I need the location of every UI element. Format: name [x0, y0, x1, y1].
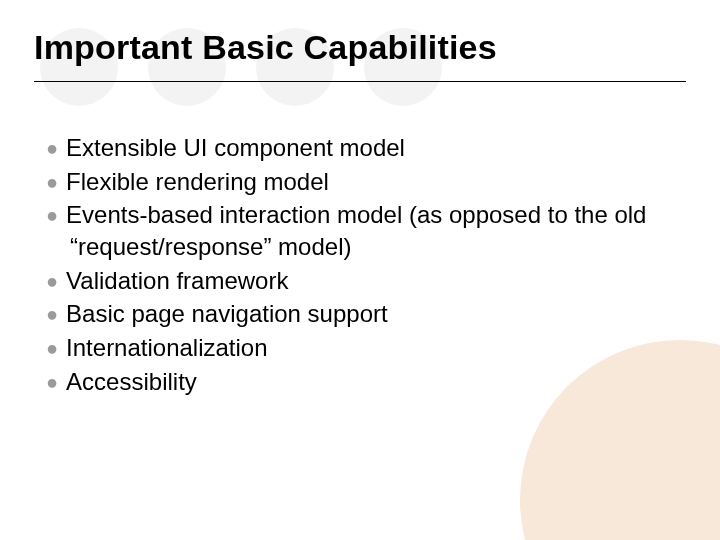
slide-content: Important Basic Capabilities ●Extensible… [0, 0, 720, 397]
bullet-icon: ● [46, 137, 58, 159]
bullet-text: Basic page navigation support [66, 300, 388, 327]
bullet-text: Internationalization [66, 334, 267, 361]
bullet-icon: ● [46, 270, 58, 292]
bullet-icon: ● [46, 204, 58, 226]
list-item: ●Basic page navigation support [46, 298, 686, 330]
list-item: ●Extensible UI component model [46, 132, 686, 164]
list-item: ●Flexible rendering model [46, 166, 686, 198]
bullet-icon: ● [46, 337, 58, 359]
bullet-icon: ● [46, 303, 58, 325]
list-item: ●Validation framework [46, 265, 686, 297]
bullet-list: ●Extensible UI component model ●Flexible… [34, 132, 686, 397]
bullet-icon: ● [46, 171, 58, 193]
list-item: ●Accessibility [46, 366, 686, 398]
bullet-text: Extensible UI component model [66, 134, 405, 161]
bullet-text: Flexible rendering model [66, 168, 329, 195]
bullet-text: Events-based interaction model (as oppos… [66, 201, 646, 260]
list-item: ●Internationalization [46, 332, 686, 364]
slide-title: Important Basic Capabilities [34, 28, 686, 82]
bullet-text: Accessibility [66, 368, 197, 395]
list-item: ●Events-based interaction model (as oppo… [46, 199, 686, 262]
bullet-text: Validation framework [66, 267, 288, 294]
bullet-icon: ● [46, 371, 58, 393]
